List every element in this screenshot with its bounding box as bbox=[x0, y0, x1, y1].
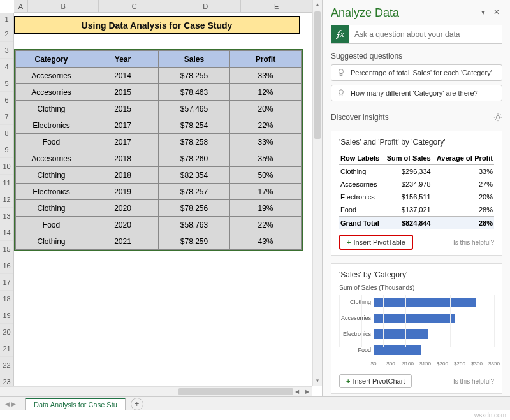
gear-icon[interactable] bbox=[493, 113, 502, 122]
table-row[interactable]: Electronics2017$78,25422% bbox=[16, 117, 302, 134]
col-E[interactable]: E bbox=[241, 0, 312, 12]
insights-label: Discover insights bbox=[331, 113, 389, 122]
row-14[interactable]: 14 bbox=[0, 224, 13, 241]
helpful-link[interactable]: Is this helpful? bbox=[453, 378, 494, 385]
th-year[interactable]: Year bbox=[87, 51, 159, 68]
row-10[interactable]: 10 bbox=[0, 158, 13, 175]
scroll-thumb[interactable] bbox=[314, 11, 321, 139]
axis-tick: $250 bbox=[454, 361, 465, 366]
scroll-right-icon[interactable]: ▶ bbox=[302, 387, 312, 396]
table-row[interactable]: Clothing2020$78,25619% bbox=[16, 200, 302, 217]
th-category[interactable]: Category bbox=[16, 51, 87, 68]
insert-pivottable-button[interactable]: +Insert PivotTable bbox=[339, 235, 413, 250]
pane-menu-icon[interactable]: ▾ bbox=[477, 8, 489, 17]
axis-tick: $350 bbox=[488, 361, 500, 366]
axis-tick: $100 bbox=[402, 361, 414, 366]
col-C[interactable]: C bbox=[99, 0, 170, 12]
scroll-up-icon[interactable]: ▲ bbox=[313, 0, 322, 10]
table-row[interactable]: Food2017$78,25833% bbox=[16, 134, 302, 150]
sheet-tab[interactable]: Data Analysis for Case Stu bbox=[26, 398, 126, 410]
insert-pivotchart-button[interactable]: +Insert PivotChart bbox=[339, 374, 412, 388]
axis-tick: $300 bbox=[471, 361, 483, 366]
table-row[interactable]: Accesorries2018$78,26035% bbox=[16, 150, 302, 167]
row-6[interactable]: 6 bbox=[0, 92, 13, 108]
row-21[interactable]: 21 bbox=[0, 340, 13, 357]
row-5[interactable]: 5 bbox=[0, 75, 13, 92]
helpful-link[interactable]: Is this helpful? bbox=[453, 239, 494, 246]
row-13[interactable]: 13 bbox=[0, 208, 13, 224]
axis-tick: $150 bbox=[419, 361, 431, 366]
bar-row: Food bbox=[374, 343, 494, 357]
card2-title: 'Sales' by 'Category' bbox=[339, 270, 494, 279]
row-12[interactable]: 12 bbox=[0, 191, 13, 208]
hscroll-thumb[interactable] bbox=[178, 388, 293, 395]
analyze-data-pane: ▾ ✕ Analyze Data ʄx Suggested questions … bbox=[323, 0, 510, 396]
axis-tick: $200 bbox=[437, 361, 448, 366]
table-row[interactable]: Accesorries2014$78,25533% bbox=[16, 68, 302, 84]
row-7[interactable]: 7 bbox=[0, 108, 13, 125]
col-A[interactable]: A bbox=[14, 0, 28, 12]
suggested-question-2[interactable]: How many different 'Category' are there? bbox=[331, 85, 502, 101]
data-table[interactable]: Category Year Sales Profit Accesorries20… bbox=[14, 49, 303, 251]
col-D[interactable]: D bbox=[170, 0, 242, 12]
th-profit[interactable]: Profit bbox=[230, 51, 302, 68]
suggested-question-1[interactable]: Percentage of total 'Sales' for each 'Ca… bbox=[331, 64, 502, 81]
row-1[interactable]: 1 bbox=[0, 13, 13, 25]
row-19[interactable]: 19 bbox=[0, 307, 13, 324]
row-18[interactable]: 18 bbox=[0, 291, 13, 307]
suggested-q2-text: How many different 'Category' are there? bbox=[351, 89, 478, 97]
suggested-q1-text: Percentage of total 'Sales' for each 'Ca… bbox=[351, 69, 492, 76]
svg-point-2 bbox=[339, 90, 344, 94]
horizontal-scrollbar[interactable]: ◀ ▶ bbox=[0, 386, 312, 396]
bar-fill bbox=[374, 345, 421, 355]
scroll-left-icon[interactable]: ◀ bbox=[292, 387, 302, 396]
ask-question-box[interactable]: ʄx bbox=[331, 25, 502, 44]
row-11[interactable]: 11 bbox=[0, 175, 13, 191]
row-8[interactable]: 8 bbox=[0, 125, 13, 141]
th-sales[interactable]: Sales bbox=[159, 51, 230, 68]
row-17[interactable]: 17 bbox=[0, 274, 13, 291]
table-row[interactable]: Food2020$58,76322% bbox=[16, 217, 302, 233]
pane-title: Analyze Data bbox=[331, 6, 502, 20]
vertical-scrollbar[interactable]: ▲ ▼ bbox=[312, 0, 322, 386]
ask-question-input[interactable] bbox=[349, 26, 502, 43]
lightbulb-icon bbox=[337, 89, 346, 98]
card1-title: 'Sales' and 'Profit' by 'Category' bbox=[339, 138, 494, 147]
axis-tick: $50 bbox=[386, 361, 395, 366]
pane-close-icon[interactable]: ✕ bbox=[491, 8, 502, 17]
axis-tick: $0 bbox=[371, 361, 377, 366]
row-3[interactable]: 3 bbox=[0, 42, 13, 59]
new-sheet-button[interactable]: + bbox=[131, 398, 143, 410]
row-20[interactable]: 20 bbox=[0, 324, 13, 340]
row-2[interactable]: 2 bbox=[0, 25, 13, 42]
pivot-row: Food$137,02128% bbox=[339, 203, 494, 217]
sheet-title-cell[interactable]: Using Data Analysis for Case Study bbox=[14, 16, 300, 34]
pivot-row: Clothing$296,33433% bbox=[339, 165, 494, 178]
svg-rect-3 bbox=[340, 94, 342, 96]
row-15[interactable]: 15 bbox=[0, 241, 13, 257]
bar-chart: ClothingAccesorriesElectronicsFood bbox=[339, 295, 494, 357]
plus-icon: + bbox=[346, 377, 350, 385]
chart-subtitle: Sum of Sales (Thousands) bbox=[339, 284, 494, 291]
bar-fill bbox=[374, 314, 455, 323]
pivot-h2: Sum of Sales bbox=[383, 152, 432, 165]
spreadsheet-grid: A B C D E 123456789101112131415161718192… bbox=[0, 0, 323, 396]
bar-label: Food bbox=[339, 347, 371, 353]
pivot-h1: Row Labels bbox=[339, 152, 383, 165]
row-22[interactable]: 22 bbox=[0, 357, 13, 373]
table-row[interactable]: Clothing2018$82,35450% bbox=[16, 167, 302, 184]
sheet-tabs: ◀ ▶ Data Analysis for Case Stu + bbox=[0, 396, 510, 410]
table-row[interactable]: Clothing2021$78,25943% bbox=[16, 233, 302, 250]
table-row[interactable]: Accesorries2015$78,46312% bbox=[16, 84, 302, 101]
row-9[interactable]: 9 bbox=[0, 141, 13, 158]
svg-point-0 bbox=[339, 69, 344, 74]
svg-rect-1 bbox=[340, 74, 342, 76]
row-4[interactable]: 4 bbox=[0, 59, 13, 75]
scroll-down-icon[interactable]: ▼ bbox=[313, 376, 322, 386]
pivot-row: Accesorries$234,97827% bbox=[339, 178, 494, 191]
table-row[interactable]: Electronics2019$78,25717% bbox=[16, 184, 302, 200]
row-16[interactable]: 16 bbox=[0, 257, 13, 274]
col-B[interactable]: B bbox=[28, 0, 99, 12]
tab-nav-icon[interactable]: ◀ ▶ bbox=[5, 401, 16, 407]
table-row[interactable]: Clothing2015$57,46520% bbox=[16, 101, 302, 117]
